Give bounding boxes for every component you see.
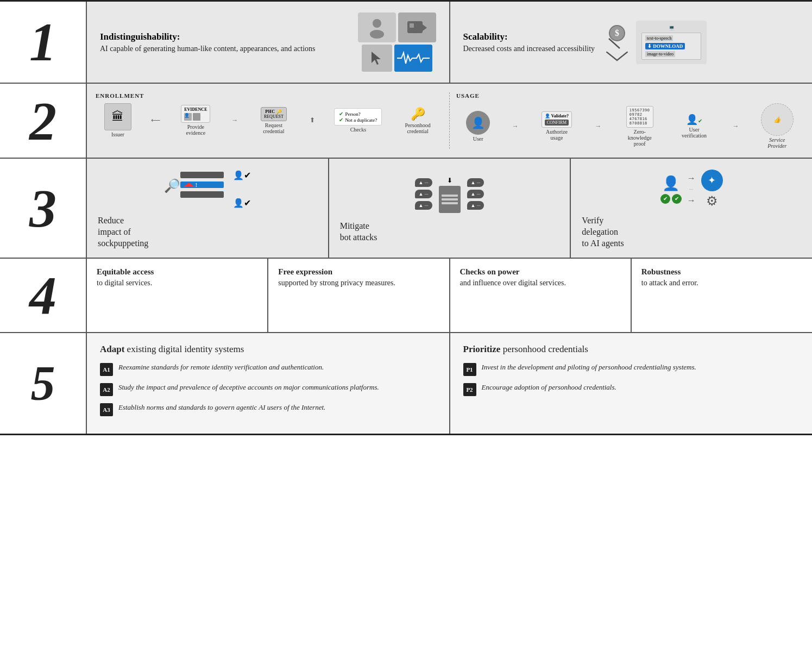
row1-left-text: Indistinguishability: AI capable of gene… <box>100 32 349 53</box>
arrow-3: ⬆ <box>310 116 315 124</box>
badge-p2: P2 <box>463 383 476 396</box>
uv-person-icon: 👤✔ <box>686 114 702 126</box>
svg-marker-3 <box>423 24 427 31</box>
verify-label: Verify delegation to AI agents <box>582 215 624 249</box>
checks-title: Checks on power <box>460 267 621 277</box>
confirm-button: CONFIRM <box>545 120 569 126</box>
expression-title: Free expression <box>278 267 439 277</box>
row-5-content: Adapt existing digital identity systems … <box>87 333 812 434</box>
row-number-3: 3 <box>0 159 87 258</box>
issuer-col: 🏛 Issuer <box>104 103 131 137</box>
bot-msg-2: ▲ ··· <box>415 190 432 198</box>
id-card-2 <box>193 113 200 121</box>
avatar-bottom: 👤✔ <box>233 198 251 208</box>
sockpuppet-illustration: 🔎 ! 👤✔ 👤✔ <box>164 167 251 211</box>
checks-desc: and influence over digital services. <box>460 279 621 287</box>
bar-2: ! <box>180 181 224 188</box>
scan-icon: 🔎 <box>164 178 180 193</box>
indistinguishability-desc: AI capable of generating human-like cont… <box>100 45 349 53</box>
authorize-usage-label: Authorize usage <box>540 129 573 141</box>
zkp-box: 195673900978247678168708818 <box>626 106 653 128</box>
bot-right: ▲ ··· ▲ ··· ▲ ··· <box>467 178 484 211</box>
usage-diagram: 👤 User → 👤 Validate? CONFIRM Authorize u… <box>456 103 803 149</box>
badge-a3: A3 <box>100 403 113 416</box>
row-2-inner: ENROLLMENT 🏛 Issuer ⟵ EVIDENCE <box>96 92 803 149</box>
action-a1-text: Reexamine standards for remote identity … <box>118 362 324 372</box>
row1-right-text: Scalability: Decreased costs and increas… <box>463 32 595 53</box>
row-1: 1 Indistinguishability: AI capable of ge… <box>0 2 812 84</box>
zkp-label: Zero-knowledge proof <box>624 129 656 147</box>
ai-video-icon <box>398 12 436 42</box>
gear-icon: ⚙ <box>706 193 718 209</box>
validate-col: 👤 Validate? CONFIRM Authorize usage <box>540 111 573 141</box>
download-arrow: ⬇ <box>439 177 461 185</box>
row-number-2: 2 <box>0 84 87 158</box>
action-p1-text: Invest in the development and piloting o… <box>482 362 696 372</box>
usage-section: USAGE 👤 User → 👤 Validate? CONFIRM <box>450 92 803 149</box>
badge-a1: A1 <box>100 363 113 376</box>
phc-col: PHC 🔑 REQUEST Request credential <box>257 107 290 134</box>
personhood-credential-col: 🔑 Personhood credential <box>401 107 434 134</box>
scalability-desc: Decreased costs and increased accessibil… <box>463 45 595 53</box>
arrow-1: ⟵ <box>151 116 160 124</box>
action-a3: A3 Establish norms and standards to gove… <box>100 403 436 416</box>
robustness-title: Robustness <box>641 267 802 277</box>
bot-icon-area: ▲ ··· ▲ ··· ▲ ··· ⬇ <box>340 173 559 216</box>
prioritize-bold: Prioritize <box>463 344 501 354</box>
svg-text:$: $ <box>615 28 619 37</box>
db-icon-area: ⬇ <box>439 177 461 213</box>
user-verification-col: 👤✔ User verification <box>678 114 710 139</box>
row-4-content: Equitable access to digital services. Fr… <box>87 259 812 332</box>
id-card-1: 👤 <box>184 113 192 121</box>
scalability-icons: $ 💻 text-to-speech ⬇ DOWNLOAD <box>603 21 707 64</box>
svg-rect-4 <box>410 23 414 28</box>
prioritize-header: Prioritize personhood credentials <box>463 344 800 355</box>
warning-triangle <box>184 183 194 187</box>
svg-point-0 <box>373 19 381 28</box>
indistinguishability-title: Indistinguishability: <box>100 32 349 42</box>
row5-left-panel: Adapt existing digital identity systems … <box>87 333 450 434</box>
zkp-col: 195673900978247678168708818 Zero-knowled… <box>624 106 656 147</box>
user-verification-label: User verification <box>678 127 710 139</box>
delegation-arrow-2: → <box>687 196 696 205</box>
ai-agent-icon: ✦ <box>701 170 723 191</box>
ai-waveform-icon <box>394 45 432 72</box>
action-p2: P2 Encourage adoption of personhood cred… <box>463 383 800 396</box>
badge-p1: P1 <box>463 363 476 376</box>
person-verify-icon: 👤 <box>662 175 679 192</box>
download-label: ⬇ DOWNLOAD <box>645 43 685 49</box>
enrollment-diagram: 🏛 Issuer ⟵ EVIDENCE 👤 <box>96 103 443 137</box>
svg-point-1 <box>370 30 384 39</box>
robustness-desc: to attack and error. <box>641 279 802 287</box>
sockpuppet-label: Reduce impact of sockpuppeting <box>98 215 148 249</box>
key-credential-icon: 🔑 <box>411 107 425 121</box>
row-2-content: ENROLLMENT 🏛 Issuer ⟵ EVIDENCE <box>87 84 812 158</box>
row1-left-panel: Indistinguishability: AI capable of gene… <box>87 2 450 83</box>
main-infographic: 1 Indistinguishability: AI capable of ge… <box>0 0 812 435</box>
person-check: Person? <box>345 111 361 117</box>
issuer-building-icon: 🏛 <box>104 103 131 130</box>
check-1: ✔ <box>660 194 670 204</box>
action-a2-text: Study the impact and prevalence of decep… <box>118 383 379 392</box>
arrow-5: → <box>595 122 601 130</box>
usage-label: USAGE <box>456 92 803 99</box>
enrollment-section: ENROLLMENT 🏛 Issuer ⟵ EVIDENCE <box>96 92 450 149</box>
ai-person-icon <box>358 12 396 42</box>
adapt-rest: existing digital identity systems <box>124 344 244 354</box>
checks-col: ✔Person? ✔Not a duplicate? Checks <box>334 108 382 133</box>
bar-3 <box>180 191 224 198</box>
verify-illustration: 👤 ✔ ✔ → ··· → <box>660 170 723 209</box>
row4-cell-expression: Free expression supported by strong priv… <box>268 259 450 332</box>
svg-marker-5 <box>372 52 381 65</box>
row-2: 2 ENROLLMENT 🏛 Issuer ⟵ <box>0 84 812 159</box>
tts-label: text-to-speech <box>645 35 673 41</box>
row4-cell-robustness: Robustness to attack and error. <box>632 259 812 332</box>
validate-box: 👤 Validate? CONFIRM <box>542 111 572 128</box>
action-a1: A1 Reexamine standards for remote identi… <box>100 362 436 376</box>
phc-request-card: PHC 🔑 REQUEST <box>261 107 287 121</box>
checks-box: ✔Person? ✔Not a duplicate? <box>334 108 382 126</box>
itv-label: image-to-video <box>645 51 675 57</box>
row4-cell-checks: Checks on power and influence over digit… <box>450 259 632 332</box>
user-label: User <box>473 136 483 142</box>
checks-label: Checks <box>350 127 366 133</box>
